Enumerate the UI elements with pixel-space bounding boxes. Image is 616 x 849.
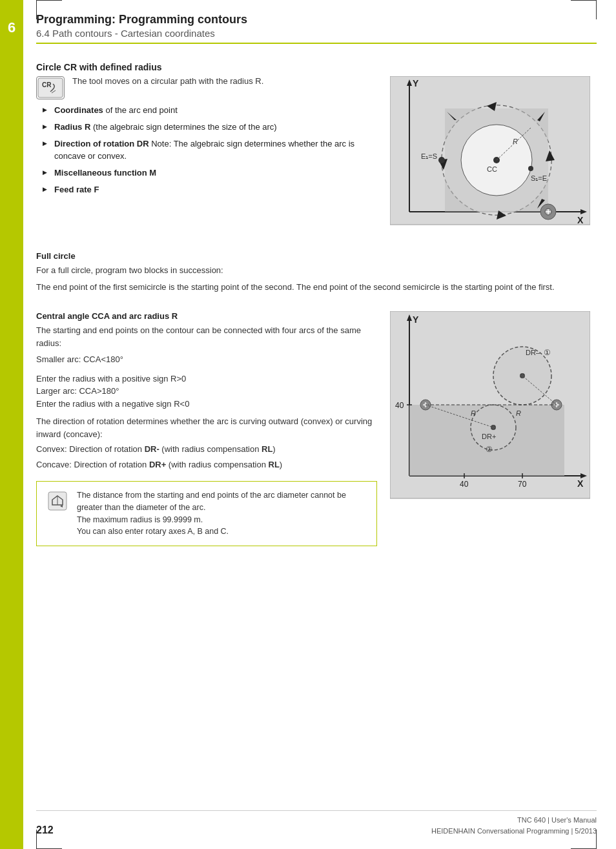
chapter-number: 6	[8, 19, 15, 36]
svg-text:40: 40	[395, 401, 404, 410]
bullet-coordinates-text: of the arc end point	[103, 105, 178, 115]
note-line2: The maximum radius is 99.9999 m.	[77, 515, 203, 524]
circle-cr-diagram: Y X	[390, 76, 597, 233]
full-circle-body1: For a full circle, program two blocks in…	[36, 264, 597, 277]
svg-text:CR: CR	[42, 81, 52, 88]
section-intro: The tool moves on a circular path with t…	[36, 76, 377, 86]
bullet-direction: Direction of rotation DR Note: The algeb…	[43, 138, 377, 161]
note-box: The distance from the starting and end p…	[36, 481, 377, 546]
full-circle-title: Full circle	[36, 251, 597, 261]
bullet-feedrate-bold: Feed rate F	[54, 185, 99, 194]
larger-arc-label: Larger arc: CCA>180°	[36, 385, 377, 398]
circle-cr-content: CR The tool moves on a circular path wit…	[36, 76, 597, 233]
diagram-1-svg: Y X	[390, 76, 590, 231]
enter-positive: Enter the radius with a positive sign R>…	[36, 373, 377, 385]
concave-line: Concave: Direction of rotation DR+ (with…	[36, 458, 377, 471]
main-title: Programming: Programming contours	[36, 13, 597, 26]
corner-tl-v	[36, 0, 37, 19]
rotation-body: The direction of rotation determines whe…	[36, 415, 377, 440]
note-icon	[47, 491, 68, 511]
svg-text:X: X	[577, 478, 584, 489]
bullet-coordinates: Coordinates of the arc end point	[43, 105, 377, 116]
convex-rl-bold: RL	[262, 444, 272, 454]
convex-line: Convex: Direction of rotation DR- (with …	[36, 443, 377, 456]
footer-info-line1: TNC 640 | User's Manual	[431, 815, 597, 826]
bullet-misc-bold: Miscellaneous function M	[54, 168, 156, 178]
full-circle-body2: The end point of the first semicircle is…	[36, 281, 597, 294]
svg-text:Y: Y	[413, 78, 419, 88]
corner-tr-v	[596, 0, 597, 19]
circle-cr-left: CR The tool moves on a circular path wit…	[36, 76, 377, 201]
svg-text:Y: Y	[413, 314, 419, 325]
bullet-coordinates-bold: Coordinates	[54, 105, 103, 115]
svg-text:①: ①	[544, 348, 551, 357]
svg-point-22	[438, 157, 445, 163]
note-text: The distance from the starting and end p…	[77, 489, 366, 538]
central-angle-section: Central angle CCA and arc radius R The s…	[36, 311, 597, 546]
svg-text:40: 40	[460, 480, 469, 489]
svg-text:CC: CC	[487, 165, 497, 173]
svg-point-24	[528, 166, 533, 171]
svg-text:R: R	[516, 409, 521, 417]
central-angle-title: Central angle CCA and arc radius R	[36, 311, 377, 321]
corner-tr	[571, 0, 597, 1]
svg-text:R: R	[471, 409, 476, 417]
svg-text:E₁=S: E₁=S	[421, 152, 437, 160]
intro-with-icon: CR The tool moves on a circular path wit…	[36, 76, 377, 105]
central-angle-text: Central angle CCA and arc radius R The s…	[36, 311, 377, 546]
enter-negative: Enter the radius with a negative sign R<…	[36, 398, 377, 411]
note-line1: The distance from the starting and end p…	[77, 491, 346, 512]
central-angle-content: Central angle CCA and arc radius R The s…	[36, 311, 597, 546]
svg-text:DR+: DR+	[482, 433, 496, 440]
cr-icon: CR	[36, 76, 65, 99]
bullet-feedrate: Feed rate F	[43, 184, 377, 196]
full-circle-section: Full circle For a full circle, program t…	[36, 251, 597, 293]
page-footer: 212 TNC 640 | User's Manual HEIDENHAIN C…	[36, 810, 597, 836]
corner-tl	[36, 0, 62, 1]
svg-text:②: ②	[486, 445, 493, 454]
concave-dr-bold: DR+	[149, 460, 166, 469]
svg-text:S₁=E: S₁=E	[531, 174, 547, 182]
bullet-radius: Radius R (the algebraic sign determines …	[43, 121, 377, 133]
footer-info: TNC 640 | User's Manual HEIDENHAIN Conve…	[431, 815, 597, 836]
convex-dr-bold: DR-	[145, 444, 159, 454]
sub-title: 6.4 Path contours - Cartesian coordinate…	[36, 28, 597, 39]
note-line3: You can also enter rotary axes A, B and …	[77, 527, 229, 536]
footer-info-line2: HEIDENHAIN Conversational Programming | …	[431, 826, 597, 837]
central-angle-diagram: Y X 40 40 70	[390, 311, 597, 546]
bullet-radius-bold: Radius R	[54, 122, 90, 132]
diagram-2-svg: Y X 40 40 70	[390, 311, 590, 505]
concave-rl-bold: RL	[269, 460, 280, 469]
central-angle-body1: The starting and end points on the conto…	[36, 324, 377, 349]
svg-text:DR–: DR–	[526, 349, 540, 356]
circle-cr-title: Circle CR with defined radius	[36, 62, 597, 72]
bullet-direction-bold: Direction of rotation DR	[54, 139, 149, 148]
circle-cr-section: Circle CR with defined radius CR The too…	[36, 62, 597, 233]
svg-text:X: X	[577, 215, 584, 225]
smaller-arc-label: Smaller arc: CCA<180°	[36, 353, 377, 366]
bullet-misc: Miscellaneous function M	[43, 167, 377, 179]
bullet-radius-text: (the algebraic sign determines the size …	[90, 122, 276, 132]
page-header: Programming: Programming contours 6.4 Pa…	[36, 13, 597, 44]
footer-page-number: 212	[36, 824, 54, 836]
bullet-list: Coordinates of the arc end point Radius …	[36, 105, 377, 196]
chapter-tab: 6	[0, 0, 23, 849]
svg-text:70: 70	[518, 480, 527, 489]
